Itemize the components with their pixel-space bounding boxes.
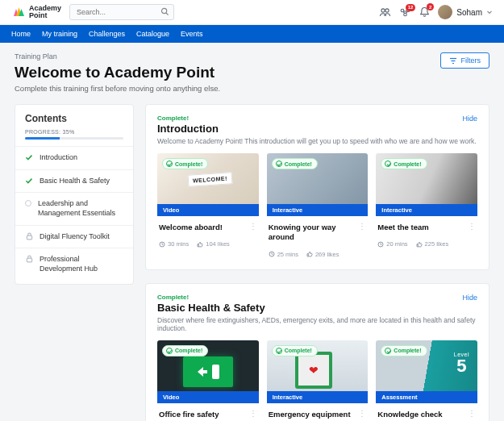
hide-toggle[interactable]: Hide xyxy=(462,294,477,302)
complete-chip: Complete! xyxy=(381,158,427,169)
duration: 20 mins xyxy=(377,240,407,248)
nav-catalogue[interactable]: Catalogue xyxy=(136,25,169,43)
likes: 225 likes xyxy=(416,240,449,248)
section-status: Complete! xyxy=(157,115,219,122)
page-title: Welcome to Academy Point xyxy=(15,64,220,81)
brand-logo[interactable]: Academy Point xyxy=(11,5,61,19)
section-status: Complete! xyxy=(157,294,265,301)
section-desc: Discover where fire extinguishers, AEDs,… xyxy=(157,316,477,332)
toc-item[interactable]: Digital Fluency Toolkit xyxy=(15,225,133,248)
section-desc: Welcome to Academy Point! This introduct… xyxy=(157,137,477,145)
main-nav: Home My training Challenges Catalogue Ev… xyxy=(0,25,504,43)
type-ribbon: Video xyxy=(157,204,259,216)
avatar xyxy=(438,5,452,19)
svg-rect-11 xyxy=(27,259,31,263)
svg-point-0 xyxy=(161,8,166,13)
people-icon[interactable] xyxy=(379,7,391,18)
svg-line-1 xyxy=(166,13,169,15)
svg-point-2 xyxy=(381,8,385,11)
kebab-icon[interactable]: ⋮ xyxy=(246,410,257,418)
complete-chip: Complete! xyxy=(381,345,427,356)
lock-icon xyxy=(25,232,33,240)
check-ring-icon xyxy=(276,160,282,167)
svg-point-6 xyxy=(404,13,407,16)
kebab-icon[interactable]: ⋮ xyxy=(355,410,366,418)
card-thumbnail: WELCOME!Complete!Video xyxy=(157,153,259,216)
section-title: Basic Health & Safety xyxy=(157,302,265,314)
bell-icon[interactable]: 2 xyxy=(419,6,430,18)
toc-item[interactable]: Professional Development Hub xyxy=(15,248,133,280)
thumbs-up-icon xyxy=(197,241,203,248)
kebab-icon[interactable]: ⋮ xyxy=(464,410,476,418)
toc-label: Basic Health & Safety xyxy=(40,177,110,186)
kebab-icon[interactable]: ⋮ xyxy=(246,223,257,231)
thumbs-up-icon xyxy=(306,251,313,257)
complete-chip: Complete! xyxy=(272,158,318,169)
bell-badge: 2 xyxy=(427,3,434,10)
clock-icon xyxy=(159,241,165,248)
course-card[interactable]: Complete!VideoOffice fire safety⋮20 mins… xyxy=(157,340,259,421)
user-menu[interactable]: Soham xyxy=(438,5,493,19)
type-ribbon: Interactive xyxy=(376,204,477,216)
toc-label: Professional Development Hub xyxy=(40,255,123,273)
training-section: Complete!IntroductionHideWelcome to Acad… xyxy=(145,104,489,270)
nav-my-training[interactable]: My training xyxy=(42,25,77,43)
course-card[interactable]: Complete!InteractiveMeet the team⋮20 min… xyxy=(376,153,477,258)
type-ribbon: Interactive xyxy=(267,391,369,403)
kebab-icon[interactable]: ⋮ xyxy=(464,223,476,231)
training-section: Complete!Basic Health & SafetyHideDiscov… xyxy=(145,283,489,421)
check-ring-icon xyxy=(385,348,391,354)
card-title: Welcome aboard! xyxy=(159,223,246,232)
brand-name: Academy Point xyxy=(29,5,61,19)
thumbs-up-icon xyxy=(416,241,423,248)
nav-home[interactable]: Home xyxy=(11,25,31,43)
course-card[interactable]: WELCOME!Complete!VideoWelcome aboard!⋮30… xyxy=(157,153,259,258)
duration: 25 mins xyxy=(269,251,298,258)
community-badge: 12 xyxy=(406,4,416,11)
check-ring-icon xyxy=(166,160,173,167)
type-ribbon: Assessment xyxy=(376,391,477,403)
card-title: Office fire safety xyxy=(159,410,246,419)
top-bar: Academy Point 12 2 xyxy=(0,0,504,25)
card-title: Meet the team xyxy=(377,223,464,232)
lock-icon xyxy=(25,255,33,263)
svg-rect-10 xyxy=(27,236,31,240)
logo-mark-icon xyxy=(11,6,26,18)
toc-label: Digital Fluency Toolkit xyxy=(40,232,110,242)
likes: 269 likes xyxy=(306,251,339,258)
sidebar-heading: Contents xyxy=(15,113,133,129)
community-icon[interactable]: 12 xyxy=(399,7,411,18)
filters-button[interactable]: Filters xyxy=(440,52,490,69)
complete-chip: Complete! xyxy=(162,158,208,169)
toc-item[interactable]: Introduction xyxy=(15,146,133,169)
nav-challenges[interactable]: Challenges xyxy=(89,25,125,43)
search-icon xyxy=(160,7,169,16)
course-card[interactable]: Level5Complete!AssessmentKnowledge check… xyxy=(376,340,477,421)
check-icon xyxy=(25,153,33,161)
duration: 30 mins xyxy=(159,240,189,248)
kebab-icon[interactable]: ⋮ xyxy=(355,223,366,231)
search-input[interactable] xyxy=(69,4,174,20)
likes: 104 likes xyxy=(197,240,230,248)
course-card[interactable]: Complete!InteractiveKnowing your way aro… xyxy=(267,153,369,258)
contents-sidebar: Contents PROGRESS: 35% IntroductionBasic… xyxy=(15,104,134,285)
search-field[interactable] xyxy=(69,4,174,20)
page-subtitle: Complete this training first before movi… xyxy=(15,84,220,93)
toc-label: Leadership and Management Essentials xyxy=(38,199,123,218)
section-title: Introduction xyxy=(157,123,219,135)
current-dot-icon xyxy=(25,200,31,206)
clock-icon xyxy=(377,241,384,248)
svg-point-3 xyxy=(385,8,389,11)
clock-icon xyxy=(269,251,275,257)
course-card[interactable]: ❤Complete!InteractiveEmergency equipment… xyxy=(267,340,369,421)
hide-toggle[interactable]: Hide xyxy=(462,115,477,123)
complete-chip: Complete! xyxy=(162,345,208,356)
breadcrumb: Training Plan xyxy=(15,52,220,60)
toc-item[interactable]: Basic Health & Safety xyxy=(15,169,133,193)
nav-events[interactable]: Events xyxy=(181,25,203,43)
type-ribbon: Interactive xyxy=(267,204,369,216)
toc-item[interactable]: Leadership and Management Essentials xyxy=(15,192,133,224)
check-ring-icon xyxy=(385,160,391,167)
complete-chip: Complete! xyxy=(272,345,318,356)
check-ring-icon xyxy=(166,348,173,354)
